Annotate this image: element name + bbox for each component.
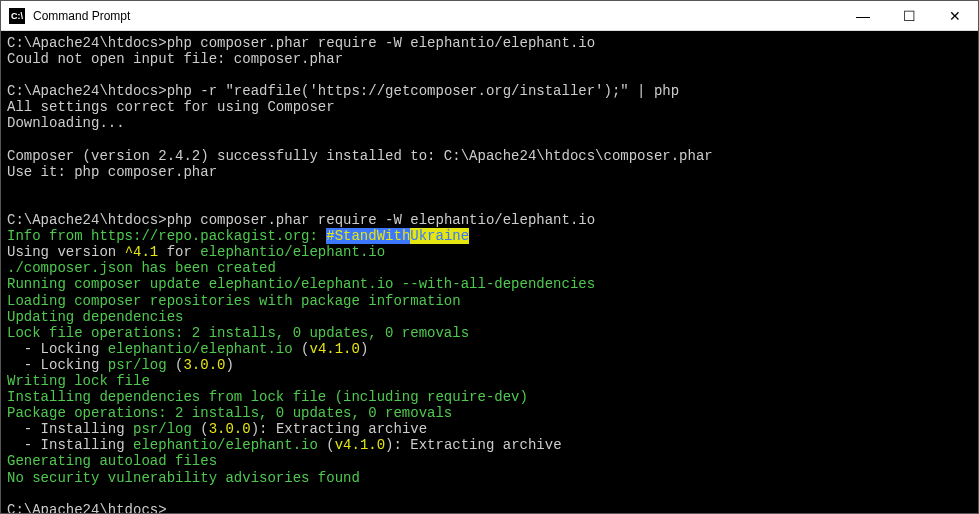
terminal-line: C:\Apache24\htdocs>php composer.phar req… [7,212,972,228]
terminal-line: C:\Apache24\htdocs>php composer.phar req… [7,35,972,51]
cmd-icon: C:\ [9,8,25,24]
version-text: 3.0.0 [183,357,225,373]
output-text: - Locking [7,357,108,373]
terminal-line [7,486,972,502]
output-text: ( [293,341,310,357]
terminal-line: Running composer update elephantio/eleph… [7,276,972,292]
terminal-line: All settings correct for using Composer [7,99,972,115]
command-text: php composer.phar require -W elephantio/… [167,212,595,228]
window-controls: — ☐ ✕ [840,1,978,30]
prompt: C:\Apache24\htdocs> [7,83,167,99]
output-text: ( [192,421,209,437]
terminal-line [7,67,972,83]
command-prompt-window: C:\ Command Prompt — ☐ ✕ C:\Apache24\htd… [0,0,979,514]
terminal-line: Using version ^4.1 for elephantio/elepha… [7,244,972,260]
package-name: psr/log [133,421,192,437]
terminal-body[interactable]: C:\Apache24\htdocs>php composer.phar req… [1,31,978,513]
version-text: v4.1.0 [335,437,385,453]
window-title: Command Prompt [33,9,840,23]
package-name: elephantio/elephant.io [108,341,293,357]
output-text: ) [225,357,233,373]
terminal-line: C:\Apache24\htdocs> [7,502,972,513]
terminal-line: No security vulnerability advisories fou… [7,470,972,486]
terminal-line: - Installing elephantio/elephant.io (v4.… [7,437,972,453]
ukraine-badge: Ukraine [410,228,469,244]
package-name: psr/log [108,357,167,373]
package-name: elephantio/elephant.io [200,244,385,260]
close-button[interactable]: ✕ [932,1,978,30]
terminal-line: Info from https://repo.packagist.org: #S… [7,228,972,244]
terminal-line: Loading composer repositories with packa… [7,293,972,309]
command-text: php -r "readfile('https://getcomposer.or… [167,83,679,99]
output-text: - Locking [7,341,108,357]
output-text: ): Extracting archive [251,421,427,437]
terminal-line: - Installing psr/log (3.0.0): Extracting… [7,421,972,437]
version-text: v4.1.0 [309,341,359,357]
terminal-line: Generating autoload files [7,453,972,469]
terminal-line [7,132,972,148]
command-text: php composer.phar require -W elephantio/… [167,35,595,51]
output-text: - Installing [7,437,133,453]
terminal-line: Composer (version 2.4.2) successfully in… [7,148,972,164]
terminal-line: Use it: php composer.phar [7,164,972,180]
standwith-badge: #StandWith [326,228,410,244]
version-text: ^4.1 [125,244,159,260]
output-text: - Installing [7,421,133,437]
terminal-line: Updating dependencies [7,309,972,325]
terminal-line: Could not open input file: composer.phar [7,51,972,67]
terminal-line [7,180,972,196]
terminal-line: Lock file operations: 2 installs, 0 upda… [7,325,972,341]
terminal-line: - Locking psr/log (3.0.0) [7,357,972,373]
maximize-button[interactable]: ☐ [886,1,932,30]
version-text: 3.0.0 [209,421,251,437]
minimize-button[interactable]: — [840,1,886,30]
output-text: ( [167,357,184,373]
info-text: Info from https://repo.packagist.org: [7,228,326,244]
terminal-line: ./composer.json has been created [7,260,972,276]
prompt: C:\Apache24\htdocs> [7,212,167,228]
package-name: elephantio/elephant.io [133,437,318,453]
terminal-line [7,196,972,212]
terminal-line: Installing dependencies from lock file (… [7,389,972,405]
titlebar[interactable]: C:\ Command Prompt — ☐ ✕ [1,1,978,31]
output-text: for [158,244,200,260]
output-text: ( [318,437,335,453]
terminal-line: Writing lock file [7,373,972,389]
prompt: C:\Apache24\htdocs> [7,35,167,51]
output-text: Using version [7,244,125,260]
output-text: ) [360,341,368,357]
prompt: C:\Apache24\htdocs> [7,502,167,513]
terminal-line: - Locking elephantio/elephant.io (v4.1.0… [7,341,972,357]
terminal-line: Downloading... [7,115,972,131]
output-text: ): Extracting archive [385,437,561,453]
terminal-line: C:\Apache24\htdocs>php -r "readfile('htt… [7,83,972,99]
terminal-line: Package operations: 2 installs, 0 update… [7,405,972,421]
